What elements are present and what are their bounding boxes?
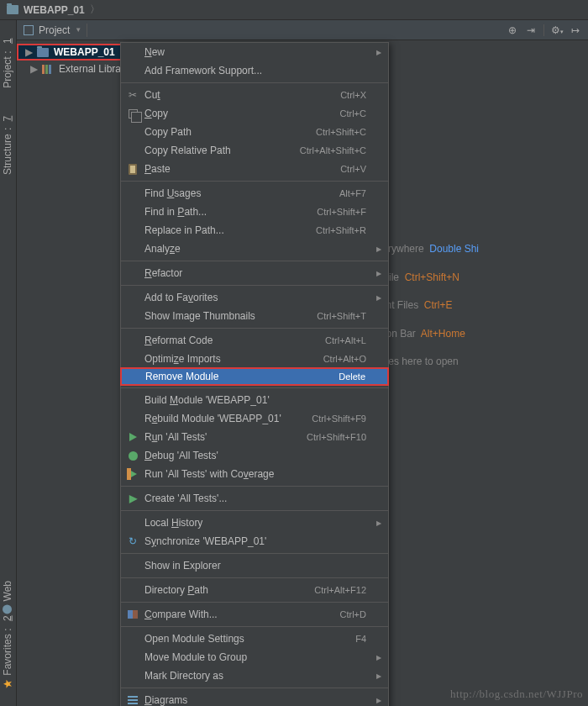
menu-item-compare-with[interactable]: Compare With...Ctrl+D — [121, 605, 388, 624]
menu-item-build-module-webapp-01[interactable]: Build Module 'WEBAPP_01' — [121, 391, 388, 409]
debug-icon — [126, 449, 139, 462]
menu-item-create-all-tests[interactable]: ▶Create 'All Tests'... — [121, 489, 388, 508]
collapse-icon[interactable]: ⇥ — [525, 24, 537, 36]
menu-item-move-module-to-group[interactable]: Move Module to Group — [121, 648, 388, 666]
menu-item-label: Local History — [144, 517, 202, 529]
menu-item-shortcut: Ctrl+Shift+R — [316, 225, 366, 235]
menu-item-mark-directory-as[interactable]: Mark Directory as — [121, 666, 388, 685]
menu-item-copy-relative-path[interactable]: Copy Relative PathCtrl+Alt+Shift+C — [121, 141, 388, 160]
menu-item-analyze[interactable]: Analyze — [121, 240, 388, 258]
menu-item-open-module-settings[interactable]: Open Module SettingsF4 — [121, 630, 388, 648]
menu-item-synchronize-webapp-01[interactable]: ↻Synchronize 'WEBAPP_01' — [121, 532, 388, 551]
watermark: http://blog.csdn.net/WJJPro — [450, 688, 583, 701]
menu-item-label: Synchronize 'WEBAPP_01' — [144, 535, 266, 547]
menu-item-label: New — [144, 46, 165, 58]
menu-item-label: Add to Favorites — [144, 292, 218, 303]
menu-item-add-to-favorites[interactable]: Add to Favorites — [121, 288, 388, 307]
menu-item-directory-path[interactable]: Directory PathCtrl+Alt+F12 — [121, 581, 388, 599]
menu-item-shortcut: Ctrl+X — [340, 90, 366, 100]
menu-item-debug-all-tests[interactable]: Debug 'All Tests' — [121, 446, 388, 465]
tab-project[interactable]: Project:1 — [2, 35, 13, 88]
menu-item-label: Add Framework Support... — [144, 65, 262, 76]
project-view-selector[interactable]: Project ▼ — [24, 24, 81, 36]
cut-icon: ✂ — [126, 88, 139, 102]
copy-icon — [126, 107, 139, 120]
menu-item-label: Debug 'All Tests' — [144, 450, 218, 461]
breadcrumb-bar: WEBAPP_01 〉 — [0, 0, 588, 20]
menu-item-label: Remove Module — [145, 371, 218, 382]
menu-item-label: Optimize Imports — [144, 353, 221, 365]
menu-item-copy[interactable]: CopyCtrl+C — [121, 104, 388, 123]
menu-item-label: Run 'All Tests' — [144, 431, 207, 443]
project-icon — [24, 25, 34, 35]
menu-separator — [121, 82, 388, 83]
run-icon — [126, 430, 139, 444]
menu-item-label: Find Usages — [144, 187, 201, 199]
menu-item-label: Open Module Settings — [144, 633, 244, 645]
menu-item-replace-in-path[interactable]: Replace in Path...Ctrl+Shift+R — [121, 221, 388, 240]
menu-separator — [121, 486, 388, 487]
menu-item-label: Diagrams — [144, 694, 187, 706]
tab-web[interactable]: Web — [2, 581, 13, 614]
menu-item-label: Replace in Path... — [144, 224, 224, 236]
chevron-down-icon: ▼ — [75, 26, 81, 34]
menu-item-run-all-tests[interactable]: Run 'All Tests'Ctrl+Shift+F10 — [121, 428, 388, 446]
menu-item-label: Mark Directory as — [144, 670, 223, 682]
menu-separator — [121, 328, 388, 329]
menu-separator — [121, 688, 388, 688]
project-tool-header: Project ▼ ⊕ ⇥ ⚙▾ ↦ — [17, 20, 588, 40]
menu-item-show-image-thumbnails[interactable]: Show Image ThumbnailsCtrl+Shift+T — [121, 307, 388, 325]
menu-item-show-in-explorer[interactable]: Show in Explorer — [121, 556, 388, 575]
menu-item-shortcut: Ctrl+Shift+F10 — [307, 432, 366, 442]
sync-icon: ↻ — [126, 535, 139, 548]
menu-item-shortcut: F4 — [355, 634, 366, 644]
menu-item-shortcut: Ctrl+V — [340, 164, 366, 174]
menu-item-shortcut: Ctrl+C — [340, 108, 366, 119]
menu-item-diagrams[interactable]: Diagrams — [121, 691, 388, 706]
tab-favorites[interactable]: Favorites:2 — [2, 613, 13, 689]
star-icon — [3, 679, 13, 689]
folder-icon — [7, 5, 18, 14]
breadcrumb-title[interactable]: WEBAPP_01 — [24, 4, 85, 16]
menu-item-cut[interactable]: ✂CutCtrl+X — [121, 86, 388, 104]
menu-item-label: Copy Path — [144, 126, 192, 138]
diagram-icon — [126, 693, 139, 706]
menu-item-optimize-imports[interactable]: Optimize ImportsCtrl+Alt+O — [121, 350, 388, 368]
svg-marker-0 — [3, 680, 12, 688]
diff-icon — [126, 608, 139, 621]
left-tool-strip: Project:1 Structure:7 Web Favorites:2 — [0, 20, 17, 706]
menu-item-shortcut: Ctrl+Alt+L — [325, 335, 366, 345]
arrow-right-icon[interactable]: ▶ — [30, 63, 37, 75]
menu-item-new[interactable]: New — [121, 43, 388, 61]
menu-item-refactor[interactable]: Refactor — [121, 264, 388, 282]
menu-item-find-in-path[interactable]: Find in Path...Ctrl+Shift+F — [121, 203, 388, 221]
menu-item-label: Copy — [144, 108, 168, 119]
hide-icon[interactable]: ↦ — [570, 24, 581, 36]
menu-item-label: Analyze — [144, 243, 181, 255]
coverage-icon — [126, 467, 139, 481]
menu-item-add-framework-support[interactable]: Add Framework Support... — [121, 61, 388, 80]
paste-icon — [126, 162, 139, 176]
menu-item-label: Create 'All Tests'... — [144, 493, 227, 504]
menu-item-find-usages[interactable]: Find UsagesAlt+F7 — [121, 184, 388, 203]
menu-item-label: Build Module 'WEBAPP_01' — [144, 394, 270, 406]
menu-item-paste[interactable]: PasteCtrl+V — [121, 160, 388, 178]
menu-item-shortcut: Ctrl+Alt+O — [323, 354, 366, 364]
menu-item-run-all-tests-with-coverage[interactable]: Run 'All Tests' with Coverage — [121, 465, 388, 483]
menu-item-label: Show Image Thumbnails — [144, 310, 255, 322]
menu-item-copy-path[interactable]: Copy PathCtrl+Shift+C — [121, 123, 388, 141]
menu-item-label: Rebuild Module 'WEBAPP_01' — [144, 413, 281, 424]
menu-separator — [121, 553, 388, 554]
menu-item-local-history[interactable]: Local History — [121, 514, 388, 532]
menu-item-remove-module[interactable]: Remove ModuleDelete — [120, 367, 389, 386]
menu-item-rebuild-module-webapp-01[interactable]: Rebuild Module 'WEBAPP_01'Ctrl+Shift+F9 — [121, 409, 388, 428]
scroll-icon[interactable]: ⊕ — [507, 24, 518, 36]
arrow-right-icon[interactable]: ▶ — [25, 46, 32, 58]
menu-item-label: Find in Path... — [144, 206, 207, 218]
menu-separator — [121, 181, 388, 182]
library-icon — [42, 65, 54, 74]
menu-item-reformat-code[interactable]: Reformat CodeCtrl+Alt+L — [121, 331, 388, 350]
tab-structure[interactable]: Structure:7 — [2, 113, 13, 175]
menu-separator — [121, 626, 388, 627]
gear-icon[interactable]: ⚙▾ — [551, 24, 563, 36]
